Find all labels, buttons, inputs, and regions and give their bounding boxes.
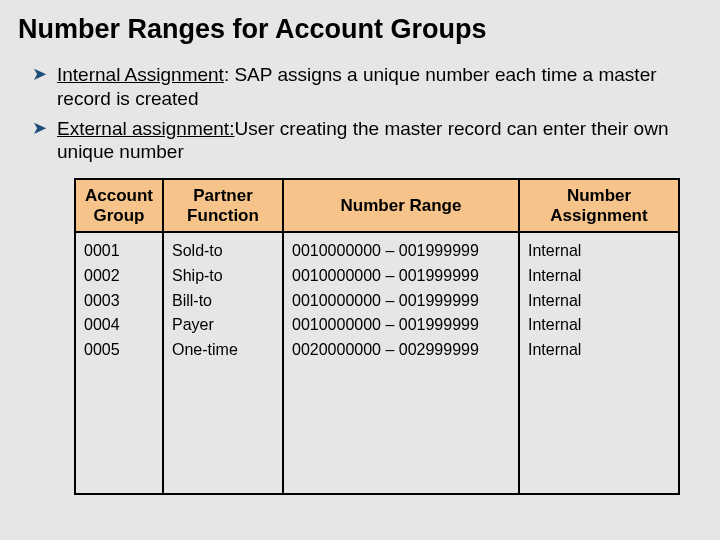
bullet-label: External assignment:: [57, 118, 234, 139]
bullet-text: Internal Assignment: SAP assigns a uniqu…: [57, 63, 694, 111]
bullet-icon: ➤: [32, 63, 47, 86]
cell-value: 0003: [84, 289, 154, 314]
cell-value: 0010000000 – 001999999: [292, 239, 510, 264]
cell-value: 0004: [84, 313, 154, 338]
cell-value: Ship-to: [172, 264, 274, 289]
col-group-cells: 0001 0002 0003 0004 0005: [75, 232, 163, 494]
cell-value: Payer: [172, 313, 274, 338]
cell-value: 0002: [84, 264, 154, 289]
col-assign-cells: Internal Internal Internal Internal Inte…: [519, 232, 679, 494]
cell-value: 0005: [84, 338, 154, 363]
col-header-assign: Number Assignment: [519, 179, 679, 232]
bullet-label: Internal Assignment: [57, 64, 224, 85]
cell-value: Sold-to: [172, 239, 274, 264]
col-partner-cells: Sold-to Ship-to Bill-to Payer One-time: [163, 232, 283, 494]
cell-value: Internal: [528, 239, 670, 264]
col-header-partner: Partner Function: [163, 179, 283, 232]
bullet-list: ➤ Internal Assignment: SAP assigns a uni…: [18, 63, 702, 164]
cell-value: Bill-to: [172, 289, 274, 314]
table-body-row: 0001 0002 0003 0004 0005 Sold-to Ship-to…: [75, 232, 679, 494]
cell-value: Internal: [528, 289, 670, 314]
col-header-group: Account Group: [75, 179, 163, 232]
cell-value: Internal: [528, 338, 670, 363]
col-header-range: Number Range: [283, 179, 519, 232]
page-title: Number Ranges for Account Groups: [18, 14, 702, 45]
cell-value: 0010000000 – 001999999: [292, 289, 510, 314]
cell-value: 0010000000 – 001999999: [292, 264, 510, 289]
cell-value: 0020000000 – 002999999: [292, 338, 510, 363]
col-range-cells: 0010000000 – 001999999 0010000000 – 0019…: [283, 232, 519, 494]
cell-value: 0001: [84, 239, 154, 264]
bullet-text: External assignment:User creating the ma…: [57, 117, 694, 165]
table-container: Account Group Partner Function Number Ra…: [74, 178, 678, 495]
bullet-icon: ➤: [32, 117, 47, 140]
list-item: ➤ External assignment:User creating the …: [32, 117, 694, 165]
slide: Number Ranges for Account Groups ➤ Inter…: [0, 0, 720, 540]
cell-value: Internal: [528, 264, 670, 289]
cell-value: 0010000000 – 001999999: [292, 313, 510, 338]
cell-value: One-time: [172, 338, 274, 363]
cell-value: Internal: [528, 313, 670, 338]
account-groups-table: Account Group Partner Function Number Ra…: [74, 178, 680, 495]
list-item: ➤ Internal Assignment: SAP assigns a uni…: [32, 63, 694, 111]
table-header-row: Account Group Partner Function Number Ra…: [75, 179, 679, 232]
